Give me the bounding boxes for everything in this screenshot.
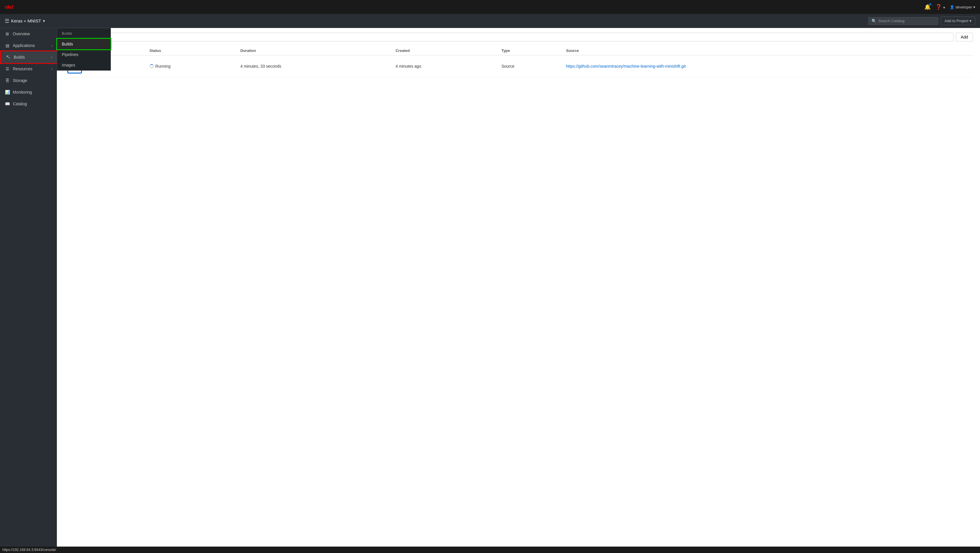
search-catalog-box[interactable]: 🔍 xyxy=(868,17,938,25)
statusbar-url: https://192.168.64.3:8443/console/ xyxy=(2,548,56,552)
build-duration-cell: 4 minutes, 33 seconds xyxy=(237,56,392,77)
sidebar-item-catalog[interactable]: 📖 Catalog xyxy=(0,98,57,110)
resources-icon: ☰ xyxy=(5,67,10,71)
col-duration: Duration xyxy=(237,46,392,56)
sidebar-item-label: Monitoring xyxy=(13,90,32,94)
app-logo: okd xyxy=(5,4,13,10)
sidebar-item-overview[interactable]: ⊞ Overview xyxy=(0,28,57,40)
builds-submenu: Builds Builds Pipelines Images xyxy=(57,28,111,71)
col-status: Status xyxy=(146,46,237,56)
submenu-header: Builds xyxy=(57,28,111,39)
filter-bar: Add xyxy=(64,33,973,41)
applications-chevron-icon: › xyxy=(51,44,52,47)
statusbar: https://192.168.64.3:8443/console/ xyxy=(0,547,980,553)
hamburger-icon[interactable]: ☰ xyxy=(5,18,10,24)
project-bar-right: 🔍 Add to Project ▾ xyxy=(868,17,975,25)
filter-input[interactable] xyxy=(64,33,953,41)
sidebar-item-label: Applications xyxy=(13,43,35,48)
builds-chevron-icon: › xyxy=(51,56,52,59)
user-label: developer xyxy=(956,5,972,10)
submenu-item-builds[interactable]: Builds xyxy=(57,39,111,49)
project-chevron-icon: ▾ xyxy=(43,18,45,24)
submenu-item-images[interactable]: Images xyxy=(57,60,111,70)
user-menu[interactable]: 👤 developer ▾ xyxy=(950,5,975,10)
add-to-project-chevron-icon: ▾ xyxy=(969,19,972,23)
build-status-cell: Running xyxy=(146,56,237,77)
project-name[interactable]: ☰ Keras + MNIST ▾ xyxy=(5,18,45,24)
col-source: Source xyxy=(563,46,973,56)
status-running: Running xyxy=(150,64,234,68)
applications-icon: ▤ xyxy=(5,43,10,48)
col-type: Type xyxy=(498,46,563,56)
overview-icon: ⊞ xyxy=(5,32,10,36)
help-icon[interactable]: ❓ ▾ xyxy=(935,4,945,10)
sidebar-item-applications[interactable]: ▤ Applications › xyxy=(0,40,57,51)
running-spin-icon xyxy=(150,64,154,68)
builds-icon: ⛏ xyxy=(6,55,11,59)
project-bar: ☰ Keras + MNIST ▾ 🔍 Add to Project ▾ xyxy=(0,14,980,28)
main-layout: ⊞ Overview ▤ Applications › ⛏ Builds › ☰… xyxy=(0,28,980,553)
sidebar-item-label: Overview xyxy=(13,32,30,36)
sidebar-item-label: Catalog xyxy=(13,102,27,106)
resources-chevron-icon: › xyxy=(51,67,52,71)
sidebar-item-monitoring[interactable]: 📊 Monitoring xyxy=(0,86,57,98)
build-source-cell: https://github.com/seanmtracey/machine-l… xyxy=(563,56,973,77)
sidebar: ⊞ Overview ▤ Applications › ⛏ Builds › ☰… xyxy=(0,28,57,553)
notification-icon[interactable]: 🔔 xyxy=(924,4,931,10)
add-to-project-label: Add to Project xyxy=(944,19,968,23)
topbar-right: 🔔 ❓ ▾ 👤 developer ▾ xyxy=(924,4,975,10)
table-row: #4 Running 4 minutes, 33 seconds 4 minut… xyxy=(64,56,973,77)
sidebar-item-resources[interactable]: ☰ Resources › xyxy=(0,63,57,75)
build-created-cell: 4 minutes ago xyxy=(392,56,498,77)
topbar: okd 🔔 ❓ ▾ 👤 developer ▾ xyxy=(0,0,980,14)
sidebar-item-storage[interactable]: 🗄 Storage xyxy=(0,75,57,86)
user-icon: 👤 xyxy=(950,5,955,10)
catalog-icon: 📖 xyxy=(5,102,10,106)
storage-icon: 🗄 xyxy=(5,78,10,83)
sidebar-item-label: Storage xyxy=(13,78,27,83)
sidebar-item-label: Builds xyxy=(14,55,25,59)
status-label: Running xyxy=(156,64,171,68)
add-to-project-button[interactable]: Add to Project ▾ xyxy=(940,17,975,25)
build-type-cell: Source xyxy=(498,56,563,77)
sidebar-item-label: Resources xyxy=(13,67,32,71)
main-content: Add Last Build Status Duration Created T… xyxy=(57,28,980,553)
user-chevron-icon: ▾ xyxy=(973,5,975,10)
col-created: Created xyxy=(392,46,498,56)
builds-table: Last Build Status Duration Created Type … xyxy=(64,46,973,77)
add-button[interactable]: Add xyxy=(956,33,973,41)
search-catalog-input[interactable] xyxy=(878,19,935,23)
source-link[interactable]: https://github.com/seanmtracey/machine-l… xyxy=(566,64,686,68)
monitoring-icon: 📊 xyxy=(5,90,10,94)
search-icon: 🔍 xyxy=(872,19,877,23)
submenu-item-pipelines[interactable]: Pipelines xyxy=(57,49,111,60)
sidebar-item-builds[interactable]: ⛏ Builds › xyxy=(0,51,57,63)
